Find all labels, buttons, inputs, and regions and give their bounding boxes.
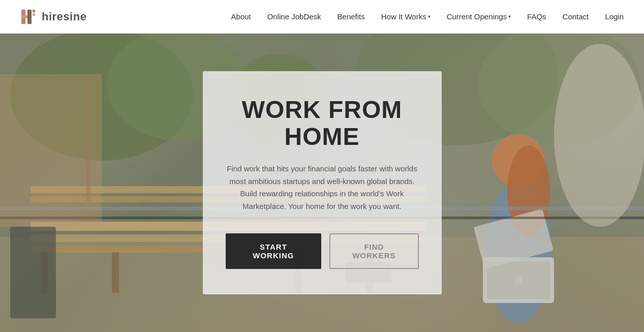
hero-subtitle: Find work that hits your financial goals…: [226, 163, 419, 213]
nav-link-login[interactable]: Login: [605, 12, 624, 21]
nav-menu: About Online JobDesk Benefits How It Wor…: [231, 12, 624, 21]
nav-link-current-openings[interactable]: Current Openings ▾: [447, 12, 511, 21]
navbar: hiresine About Online JobDesk Benefits H…: [0, 0, 644, 34]
hero-content-box: WORK FROM HOME Find work that hits your …: [203, 71, 442, 294]
hero-buttons: START WORKING FIND WORKERS: [226, 233, 419, 269]
nav-item-how-it-works[interactable]: How It Works ▾: [381, 12, 431, 21]
find-workers-button[interactable]: FIND WORKERS: [329, 233, 418, 269]
nav-link-faqs[interactable]: FAQs: [527, 12, 546, 21]
nav-item-current-openings[interactable]: Current Openings ▾: [447, 12, 511, 21]
nav-link-benefits[interactable]: Benefits: [338, 12, 365, 21]
hero-section: WORK FROM HOME Find work that hits your …: [0, 34, 644, 332]
logo-link[interactable]: hiresine: [20, 8, 86, 26]
svg-rect-2: [27, 10, 32, 24]
nav-item-faqs[interactable]: FAQs: [527, 12, 546, 21]
nav-link-about[interactable]: About: [231, 12, 251, 21]
nav-link-jobdesk[interactable]: Online JobDesk: [267, 12, 321, 21]
nav-item-benefits[interactable]: Benefits: [338, 12, 365, 21]
start-working-button[interactable]: START WORKING: [226, 233, 322, 269]
chevron-down-icon: ▾: [428, 14, 431, 19]
svg-rect-4: [33, 13, 35, 16]
logo-icon: [20, 8, 39, 26]
nav-link-contact[interactable]: Contact: [563, 12, 589, 21]
nav-item-contact[interactable]: Contact: [563, 12, 589, 21]
nav-item-login[interactable]: Login: [605, 12, 624, 21]
nav-item-jobdesk[interactable]: Online JobDesk: [267, 12, 321, 21]
chevron-down-icon: ▾: [508, 14, 511, 19]
logo-text: hiresine: [42, 10, 86, 23]
nav-link-how-it-works[interactable]: How It Works ▾: [381, 12, 431, 21]
svg-rect-3: [33, 10, 35, 12]
nav-item-about[interactable]: About: [231, 12, 251, 21]
hero-title: WORK FROM HOME: [242, 97, 403, 150]
